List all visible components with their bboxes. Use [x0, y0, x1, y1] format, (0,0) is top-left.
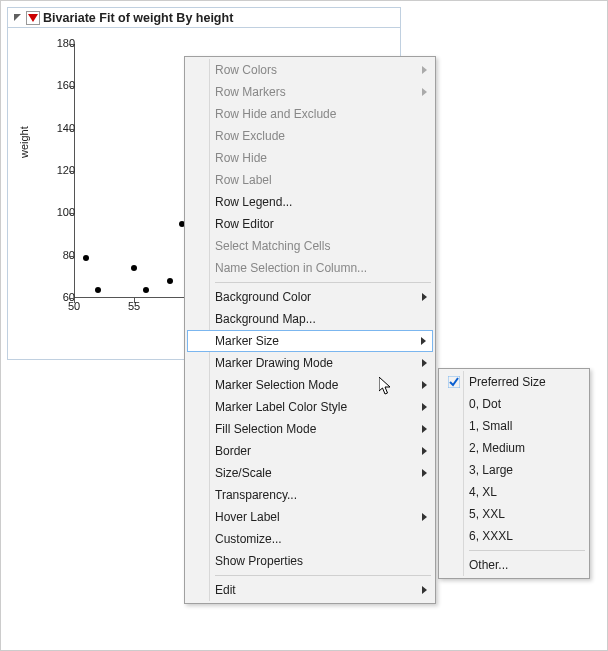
submenu-item[interactable]: 2, Medium [441, 437, 587, 459]
menu-item[interactable]: Customize... [187, 528, 433, 550]
red-triangle-menu-icon[interactable] [26, 11, 40, 25]
panel-title-bar: Bivariate Fit of weight By height [8, 8, 400, 28]
menu-item[interactable]: Background Map... [187, 308, 433, 330]
submenu-arrow-icon [422, 359, 427, 367]
submenu-arrow-icon [422, 447, 427, 455]
submenu-item[interactable]: 6, XXXL [441, 525, 587, 547]
menu-separator [215, 282, 431, 283]
submenu-arrow-icon [422, 66, 427, 74]
y-tick-label: 80 [47, 249, 75, 261]
menu-item[interactable]: Background Color [187, 286, 433, 308]
menu-item-label: Background Map... [215, 312, 316, 326]
submenu-arrow-icon [422, 513, 427, 521]
submenu-item[interactable]: 4, XL [441, 481, 587, 503]
data-point[interactable] [143, 287, 149, 293]
menu-item-label: Background Color [215, 290, 311, 304]
submenu-arrow-icon [422, 381, 427, 389]
marker-size-submenu: Preferred Size0, Dot1, Small2, Medium3, … [438, 368, 590, 579]
menu-item[interactable]: Row Editor [187, 213, 433, 235]
submenu-arrow-icon [421, 337, 426, 345]
menu-item: Row Exclude [187, 125, 433, 147]
submenu-arrow-icon [422, 88, 427, 96]
submenu-arrow-icon [422, 586, 427, 594]
data-point[interactable] [95, 287, 101, 293]
menu-item[interactable]: Marker Label Color Style [187, 396, 433, 418]
submenu-item-label: 0, Dot [469, 397, 501, 411]
y-tick-label: 160 [47, 79, 75, 91]
menu-item[interactable]: Edit [187, 579, 433, 601]
submenu-item[interactable]: 5, XXL [441, 503, 587, 525]
menu-item: Row Markers [187, 81, 433, 103]
menu-item-label: Marker Size [215, 334, 279, 348]
checkmark-icon [447, 375, 461, 389]
menu-item-label: Transparency... [215, 488, 297, 502]
submenu-item-label: 1, Small [469, 419, 512, 433]
submenu-arrow-icon [422, 403, 427, 411]
menu-item-label: Name Selection in Column... [215, 261, 367, 275]
y-tick-label: 180 [47, 37, 75, 49]
menu-item: Row Hide and Exclude [187, 103, 433, 125]
menu-item[interactable]: Show Properties [187, 550, 433, 572]
menu-item[interactable]: Marker Drawing Mode [187, 352, 433, 374]
menu-separator [469, 550, 585, 551]
menu-separator [215, 575, 431, 576]
submenu-arrow-icon [422, 469, 427, 477]
submenu-item-label: Preferred Size [469, 375, 546, 389]
y-tick-label: 140 [47, 122, 75, 134]
menu-item[interactable]: Marker Size [187, 330, 433, 352]
menu-item: Row Hide [187, 147, 433, 169]
submenu-item-label: 2, Medium [469, 441, 525, 455]
menu-item-label: Row Label [215, 173, 272, 187]
menu-item: Row Colors [187, 59, 433, 81]
submenu-item-label: 3, Large [469, 463, 513, 477]
menu-item-label: Border [215, 444, 251, 458]
menu-item-label: Row Hide [215, 151, 267, 165]
data-point[interactable] [83, 255, 89, 261]
y-tick-label: 100 [47, 206, 75, 218]
menu-item: Row Label [187, 169, 433, 191]
menu-item-label: Row Markers [215, 85, 286, 99]
menu-item[interactable]: Size/Scale [187, 462, 433, 484]
menu-item[interactable]: Border [187, 440, 433, 462]
menu-item-label: Marker Label Color Style [215, 400, 347, 414]
menu-item-label: Row Colors [215, 63, 277, 77]
submenu-item-label: 4, XL [469, 485, 497, 499]
menu-item-label: Fill Selection Mode [215, 422, 316, 436]
menu-item: Name Selection in Column... [187, 257, 433, 279]
menu-item-label: Marker Drawing Mode [215, 356, 333, 370]
menu-item-label: Customize... [215, 532, 282, 546]
menu-item[interactable]: Hover Label [187, 506, 433, 528]
submenu-arrow-icon [422, 293, 427, 301]
menu-item[interactable]: Transparency... [187, 484, 433, 506]
menu-item: Select Matching Cells [187, 235, 433, 257]
menu-item-label: Size/Scale [215, 466, 272, 480]
menu-item-label: Select Matching Cells [215, 239, 330, 253]
context-menu: Row ColorsRow MarkersRow Hide and Exclud… [184, 56, 436, 604]
submenu-item[interactable]: 3, Large [441, 459, 587, 481]
menu-item-label: Row Legend... [215, 195, 292, 209]
submenu-item-label: 6, XXXL [469, 529, 513, 543]
menu-item[interactable]: Fill Selection Mode [187, 418, 433, 440]
menu-item-label: Row Exclude [215, 129, 285, 143]
menu-item-label: Row Editor [215, 217, 274, 231]
y-tick-label: 120 [47, 164, 75, 176]
submenu-item[interactable]: Preferred Size [441, 371, 587, 393]
submenu-item[interactable]: 0, Dot [441, 393, 587, 415]
menu-item-label: Hover Label [215, 510, 280, 524]
submenu-item[interactable]: Other... [441, 554, 587, 576]
disclosure-triangle-icon[interactable] [11, 12, 23, 24]
menu-item-label: Marker Selection Mode [215, 378, 338, 392]
submenu-item[interactable]: 1, Small [441, 415, 587, 437]
menu-item-label: Edit [215, 583, 236, 597]
menu-item[interactable]: Marker Selection Mode [187, 374, 433, 396]
submenu-arrow-icon [422, 425, 427, 433]
submenu-item-label: Other... [469, 558, 508, 572]
submenu-item-label: 5, XXL [469, 507, 505, 521]
panel-title: Bivariate Fit of weight By height [43, 11, 233, 25]
menu-item-label: Show Properties [215, 554, 303, 568]
y-axis-label: weight [18, 126, 30, 158]
menu-item-label: Row Hide and Exclude [215, 107, 336, 121]
menu-item[interactable]: Row Legend... [187, 191, 433, 213]
